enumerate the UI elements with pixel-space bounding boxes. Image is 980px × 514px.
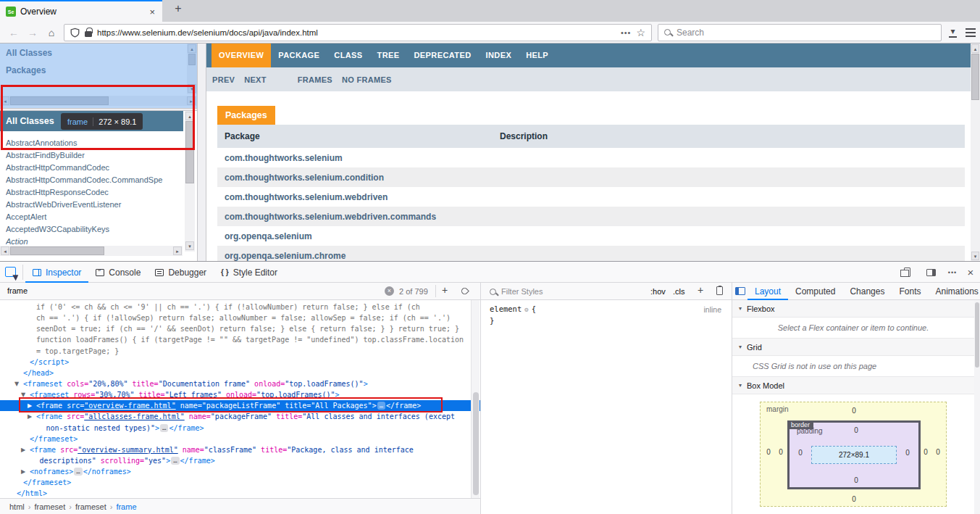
class-link[interactable]: AcceptedW3CCapabilityKeys: [6, 223, 183, 236]
markup-line[interactable]: ▼<frameset rows="30%,70%" title="Left fr…: [0, 389, 480, 400]
lock-icon[interactable]: [85, 31, 92, 37]
box-model-section-header[interactable]: ▾Box Model: [732, 377, 974, 394]
markup-line[interactable]: function loadFrames() { if (targetPage !…: [0, 334, 480, 345]
box-model-content[interactable]: 272×89.1: [811, 446, 897, 464]
package-link[interactable]: org.openqa.selenium: [225, 231, 312, 241]
tracking-shield-icon[interactable]: [70, 28, 80, 38]
devtools-tab-inspector[interactable]: Inspector: [25, 262, 88, 283]
nav-item-overview[interactable]: OVERVIEW: [212, 43, 271, 67]
dock-options-icon[interactable]: [921, 262, 940, 283]
markup-line[interactable]: </html>: [0, 488, 480, 498]
markup-line[interactable]: non-static nested types)">…</frame>: [0, 423, 480, 434]
package-link[interactable]: com.thoughtworks.selenium: [225, 153, 343, 163]
three-pane-toggle-icon[interactable]: [735, 287, 745, 295]
padding-bottom-value[interactable]: 0: [849, 476, 863, 484]
margin-top-value[interactable]: 0: [847, 407, 861, 415]
scroll-thumb[interactable]: [975, 302, 979, 368]
subnav-prev[interactable]: PREV: [212, 75, 235, 84]
sidebar-tab-computed[interactable]: Computed: [788, 283, 842, 300]
pick-element-icon[interactable]: [5, 267, 16, 277]
tab-close-icon[interactable]: ×: [148, 7, 156, 17]
subnav-no-frames[interactable]: NO FRAMES: [342, 75, 392, 84]
twisty-icon[interactable]: ▶: [28, 411, 32, 422]
markup-line[interactable]: descriptions" scrolling="yes">…</frame>: [0, 455, 480, 466]
breadcrumb-item[interactable]: frameset: [72, 501, 110, 513]
bookmark-star-icon[interactable]: ☆: [636, 27, 645, 38]
markup-line[interactable]: ▶<noframes>…</noframes>: [0, 466, 480, 477]
grid-section-header[interactable]: ▾Grid: [732, 339, 974, 356]
nav-item-package[interactable]: PACKAGE: [271, 43, 327, 67]
twisty-icon[interactable]: ▼: [21, 389, 25, 400]
margin-right-value[interactable]: 0: [931, 448, 945, 456]
scroll-up-icon[interactable]: ▴: [971, 44, 979, 53]
margin-bottom-value[interactable]: 0: [847, 495, 861, 503]
breadcrumb-item[interactable]: html: [6, 501, 28, 513]
nav-item-tree[interactable]: TREE: [370, 43, 407, 67]
nav-item-index[interactable]: INDEX: [479, 43, 519, 67]
devtools-tab-debugger[interactable]: Debugger: [148, 262, 214, 283]
markup-line[interactable]: ▶<frame src="overview-summary.html" name…: [0, 444, 480, 455]
subnav-frames[interactable]: FRAMES: [298, 75, 332, 84]
class-link[interactable]: AbstractWebDriverEventListener: [6, 199, 183, 211]
scroll-thumb[interactable]: [10, 246, 104, 255]
rule-origin[interactable]: inline: [703, 305, 721, 314]
search-bar[interactable]: Search: [658, 24, 942, 41]
markup-line[interactable]: </head>: [0, 368, 480, 378]
sidebar-tab-animations[interactable]: Animations: [928, 283, 980, 300]
padding-right-value[interactable]: 0: [900, 449, 915, 457]
devtools-tab-style-editor[interactable]: { }Style Editor: [214, 262, 285, 283]
home-button[interactable]: ⌂: [42, 27, 61, 38]
scroll-right-icon[interactable]: ▸: [173, 246, 182, 255]
forward-button[interactable]: →: [23, 27, 42, 38]
toggle-hover-button[interactable]: :hov: [650, 287, 666, 296]
markup-line[interactable]: </frameset>: [0, 434, 480, 444]
breadcrumb-item[interactable]: frame: [112, 501, 140, 513]
package-link[interactable]: org.openqa.selenium.chrome: [225, 251, 345, 261]
new-tab-button[interactable]: +: [169, 2, 187, 15]
padding-left-value[interactable]: 0: [793, 449, 808, 457]
package-link[interactable]: com.thoughtworks.selenium.webdriven: [225, 192, 388, 202]
box-model-diagram[interactable]: margin 0 0 0 0 0 0 border padding 0 0 0 …: [760, 402, 947, 507]
class-link[interactable]: AbstractHttpCommandCodec.CommandSpe: [6, 174, 183, 186]
scroll-down-icon[interactable]: ▾: [971, 252, 979, 260]
scroll-thumb[interactable]: [971, 54, 979, 100]
nav-item-deprecated[interactable]: DEPRECATED: [407, 43, 479, 67]
twisty-icon[interactable]: ▶: [28, 400, 32, 411]
scroll-left-icon[interactable]: ◂: [1, 246, 9, 255]
nav-item-help[interactable]: HELP: [519, 43, 556, 67]
devtools-tab-console[interactable]: Console: [88, 262, 148, 283]
toggle-class-button[interactable]: .cls: [673, 287, 685, 296]
twisty-icon[interactable]: ▶: [21, 466, 25, 477]
class-link[interactable]: AbstractHttpResponseCodec: [6, 186, 183, 199]
add-node-button[interactable]: +: [442, 284, 448, 296]
print-simulation-icon[interactable]: [716, 286, 723, 295]
package-link[interactable]: com.thoughtworks.selenium.condition: [225, 173, 384, 183]
flexbox-section-header[interactable]: ▾Flexbox: [732, 300, 974, 318]
markup-search-input[interactable]: frame: [7, 286, 28, 295]
downloads-button[interactable]: ▾: [949, 28, 957, 38]
page-actions-icon[interactable]: •••: [621, 28, 632, 37]
url-text[interactable]: https://www.selenium.dev/selenium/docs/a…: [97, 28, 616, 37]
markup-line[interactable]: ▶<frame src="overview-frame.html" name="…: [0, 400, 480, 411]
padding-top-value[interactable]: 0: [849, 426, 863, 434]
frame-divider-vertical[interactable]: [197, 43, 206, 261]
markup-line[interactable]: ▶<frame src="allclasses-frame.html" name…: [0, 411, 480, 422]
class-link[interactable]: Action: [6, 236, 183, 246]
sidebar-tab-layout[interactable]: Layout: [747, 283, 788, 300]
twisty-icon[interactable]: ▼: [14, 378, 19, 389]
gear-icon[interactable]: ⚙: [524, 306, 528, 313]
nav-item-class[interactable]: CLASS: [327, 43, 369, 67]
rule-selector[interactable]: element: [490, 304, 522, 313]
markup-line[interactable]: </script>: [0, 357, 480, 368]
back-button[interactable]: ←: [4, 27, 23, 38]
menu-icon[interactable]: [966, 32, 976, 33]
responsive-design-icon[interactable]: [897, 262, 916, 283]
tab-overview[interactable]: Se Overview ×: [0, 0, 162, 22]
scroll-thumb[interactable]: [473, 392, 479, 495]
markup-line[interactable]: ch == '.') { if (!allowSep) return false…: [0, 312, 480, 323]
sidebar-tab-fonts[interactable]: Fonts: [892, 283, 928, 300]
markup-line[interactable]: ▼<frameset cols="20%,80%" title="Documen…: [0, 378, 480, 389]
class-link[interactable]: AbstractHttpCommandCodec: [6, 162, 183, 174]
clear-search-icon[interactable]: ×: [385, 286, 394, 296]
markup-line[interactable]: </frameset>: [0, 477, 480, 488]
